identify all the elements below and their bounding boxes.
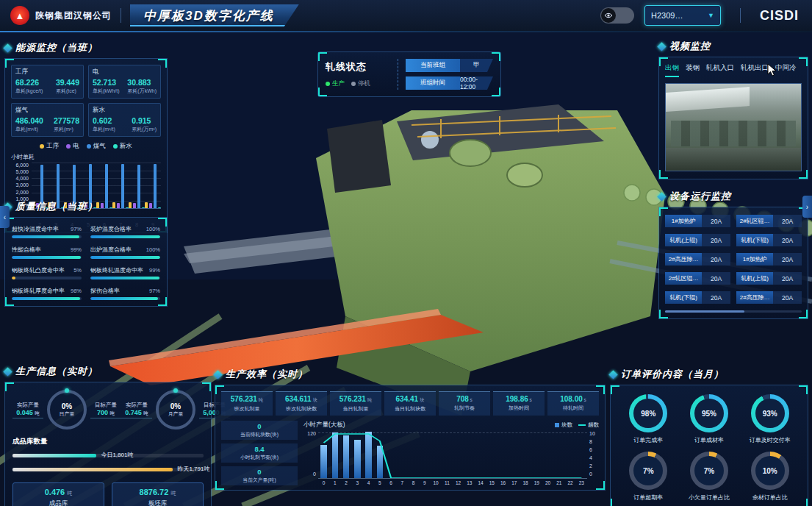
production-info-panel: 生产信息（实时） 实际产量 0.045 吨 0% 日产量 目标产量 700 吨 … bbox=[4, 365, 212, 506]
metric-unit: 单耗(kgce/t) bbox=[15, 88, 43, 95]
metric-value: 52.713 bbox=[93, 78, 120, 87]
y-tick: 4 bbox=[589, 455, 599, 460]
panel-collapse-handle-right[interactable]: › bbox=[802, 196, 812, 218]
line-status-row-label: 当前班组 bbox=[406, 59, 460, 72]
heat-number-select[interactable]: H2309… ▼ bbox=[644, 5, 721, 26]
video-tab-出钢[interactable]: 出钢 bbox=[665, 63, 679, 77]
metric-value: 0.602 bbox=[93, 116, 115, 125]
video-floor-shape bbox=[666, 148, 801, 171]
video-tab-轧机出口[interactable]: 轧机出口 bbox=[741, 63, 769, 77]
quality-label: 探伤合格率 bbox=[90, 287, 120, 295]
video-feed[interactable] bbox=[665, 83, 802, 171]
video-tab-装钢[interactable]: 装钢 bbox=[686, 63, 700, 77]
equipment-name: 1#加热炉 bbox=[665, 215, 702, 227]
order-ring-label: 余材订单占比 bbox=[752, 493, 788, 502]
video-tab-中间冷[interactable]: 中间冷 bbox=[775, 63, 797, 77]
target-output-label: 目标产量 bbox=[90, 402, 121, 409]
quality-label: 出炉温度合格率 bbox=[90, 246, 132, 254]
ring-percent: 0% bbox=[170, 402, 181, 410]
order-ring-label: 小欠量订单占比 bbox=[689, 493, 730, 502]
quality-item: 探伤合格率97% bbox=[90, 287, 160, 300]
line-status-rows: 当前班组甲班组时间00:00-12:00 bbox=[406, 59, 493, 90]
status-legend-label: 生产 bbox=[332, 79, 345, 88]
metric-value: 486.040 bbox=[15, 116, 43, 125]
panel-collapse-handle-left[interactable]: ‹ bbox=[0, 206, 10, 228]
ring-name: 日产量 bbox=[60, 410, 75, 418]
video-monitor-panel: 视频监控 出钢装钢轧机入口轧机出口中间冷电动热 bbox=[658, 40, 808, 179]
efficiency-card-label: 轧制节奏 bbox=[439, 405, 489, 412]
legend-label: 块数 bbox=[561, 421, 572, 429]
energy-chart-legend: 工序电煤气新水 bbox=[11, 142, 161, 151]
scrollbar-thumb[interactable] bbox=[665, 310, 744, 313]
x-tick: 3 bbox=[352, 480, 363, 485]
video-machinery-shape bbox=[671, 121, 795, 146]
quality-value: 100% bbox=[146, 246, 160, 253]
order-ring-cell: 98%订单完成率 bbox=[618, 394, 679, 444]
x-tick: 17 bbox=[509, 480, 520, 485]
legend-item: 趟数 bbox=[578, 421, 599, 429]
efficiency-card-value: 576.231 吨 bbox=[222, 395, 272, 404]
line-status-row: 班组时间00:00-12:00 bbox=[406, 76, 493, 90]
energy-metric: 电52.713单耗(kWh/t)30.883累耗(万kWh) bbox=[88, 65, 161, 99]
metric-unit: 单耗(m³/t) bbox=[15, 126, 43, 133]
order-ring: 10% bbox=[751, 452, 789, 490]
y-tick: 6 bbox=[589, 447, 599, 452]
y-tick: 120 bbox=[303, 431, 316, 436]
efficiency-card-label: 班次轧制块数 bbox=[276, 405, 326, 413]
progress-fill bbox=[12, 235, 79, 238]
equipment-current: 20A bbox=[773, 253, 802, 266]
line-status-panel: 轧线状态 生产停机 当前班组甲班组时间00:00-12:00 bbox=[317, 51, 501, 97]
equipment-item: 轧机(上辊)20A bbox=[736, 272, 802, 285]
efficiency-card-label: 加热时间 bbox=[494, 405, 544, 412]
equipment-name: 轧机(上辊) bbox=[736, 272, 773, 285]
equipment-current: 20A bbox=[702, 291, 730, 304]
progress-track bbox=[12, 256, 82, 259]
order-ring-cell: 10%余材订单占比 bbox=[739, 452, 800, 502]
daily-output-ring: 0% 日产量 bbox=[47, 390, 87, 430]
slab-stock-card: 8876.72 吨 板坯库 bbox=[112, 482, 204, 506]
efficiency-card: 198.86 s加热时间 bbox=[493, 391, 545, 416]
x-tick: 8 bbox=[408, 480, 419, 485]
metric-name: 电 bbox=[93, 68, 157, 76]
video-panel-title: 视频监控 bbox=[669, 40, 711, 53]
equipment-monitor-panel: 设备运行监控 1#加热炉20A2#轧区辊…20A轧机(上辊)20A轧机(下辊)2… bbox=[658, 190, 808, 319]
monthly-output-gauge: 实际产量 0.745 吨 0% 月产量 目标产量 5,000 吨 bbox=[121, 390, 230, 430]
equipment-name: 2#轧区辊… bbox=[665, 272, 702, 285]
equipment-name: 轧机(下辊) bbox=[736, 234, 773, 246]
inventory-bar-today: 今日1,801吨 bbox=[12, 451, 204, 461]
x-tick: 11 bbox=[442, 480, 453, 485]
y-tick: 0 bbox=[303, 471, 316, 477]
quality-value: 97% bbox=[71, 226, 82, 232]
target-output-value: 700 吨 bbox=[90, 409, 121, 418]
quality-value: 97% bbox=[149, 288, 160, 294]
y-tick: 6,000 bbox=[15, 163, 29, 168]
heat-number-value: H2309… bbox=[651, 11, 683, 20]
metric-value: 0.915 bbox=[132, 116, 157, 125]
equipment-item: 轧机(上辊)20A bbox=[665, 234, 730, 246]
x-tick: 1 bbox=[329, 480, 340, 485]
video-roof-shape bbox=[666, 87, 750, 112]
ring-name: 月产量 bbox=[168, 410, 184, 418]
equipment-name: 轧机(上辊) bbox=[665, 234, 702, 246]
mini-stat-label: 小时轧制节奏(块) bbox=[240, 454, 279, 461]
header-divider bbox=[740, 8, 741, 23]
visibility-toggle[interactable] bbox=[600, 7, 634, 24]
mini-stat-label: 当前待轧块数(块) bbox=[240, 431, 279, 438]
progress-fill bbox=[90, 297, 158, 300]
progress-track bbox=[12, 277, 82, 279]
video-tab-轧机入口[interactable]: 轧机入口 bbox=[706, 63, 734, 77]
efficiency-card-label: 当日轧制块数 bbox=[385, 405, 435, 413]
quality-label: 钢板终轧温度命中率 bbox=[90, 266, 143, 274]
progress-fill bbox=[12, 277, 15, 279]
order-ring-label: 订单完成率 bbox=[633, 436, 663, 444]
equipment-scrollbar[interactable] bbox=[665, 310, 802, 313]
hourly-chart-xaxis: 01234567891011121314151617181920212223 bbox=[318, 480, 587, 485]
metric-unit: 累耗(tce) bbox=[56, 88, 79, 95]
line-status-row: 当前班组甲 bbox=[406, 59, 493, 72]
x-tick: 20 bbox=[542, 480, 553, 485]
efficiency-card-label: 待轧时间 bbox=[548, 405, 598, 412]
progress-track bbox=[12, 235, 82, 238]
panel-diamond-icon bbox=[657, 42, 667, 51]
equipment-current: 20A bbox=[702, 215, 730, 227]
inventory-bar-yesterday: 昨天1,791吨 bbox=[12, 465, 204, 475]
